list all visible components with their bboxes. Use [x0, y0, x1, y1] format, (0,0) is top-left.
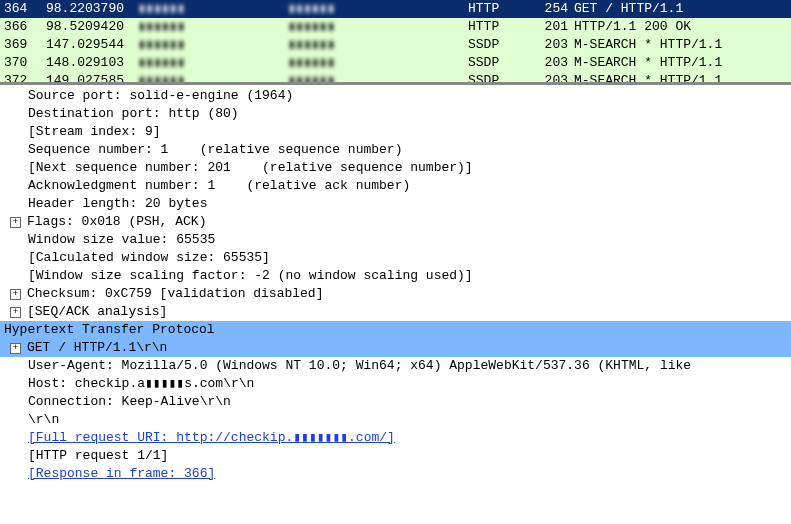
col-length: 201 — [538, 19, 574, 35]
tcp-checksum-text: Checksum: 0xC759 [validation disabled] — [27, 285, 323, 303]
col-info: HTTP/1.1 200 OK — [574, 19, 787, 35]
col-time: 149.027585 — [46, 73, 138, 81]
tcp-ack[interactable]: Acknowledgment number: 1 (relative ack n… — [0, 177, 791, 195]
col-protocol: SSDP — [468, 37, 538, 53]
tcp-calc-win[interactable]: [Calculated window size: 65535] — [0, 249, 791, 267]
col-destination: ▮▮▮▮▮▮ — [288, 73, 468, 81]
col-protocol: HTTP — [468, 19, 538, 35]
http-connection[interactable]: Connection: Keep-Alive\r\n — [0, 393, 791, 411]
packet-row[interactable]: 370148.029103▮▮▮▮▮▮▮▮▮▮▮▮SSDP203M-SEARCH… — [0, 54, 791, 72]
col-info: GET / HTTP/1.1 — [574, 1, 787, 17]
expand-icon[interactable]: + — [10, 307, 21, 318]
col-protocol: HTTP — [468, 1, 538, 17]
expand-icon[interactable]: + — [10, 217, 21, 228]
tcp-hdr-len[interactable]: Header length: 20 bytes — [0, 195, 791, 213]
col-destination: ▮▮▮▮▮▮ — [288, 19, 468, 35]
http-req-num[interactable]: [HTTP request 1/1] — [0, 447, 791, 465]
http-request-line[interactable]: + GET / HTTP/1.1\r\n — [0, 339, 791, 357]
col-time: 98.2203790 — [46, 1, 138, 17]
packet-row[interactable]: 372149.027585▮▮▮▮▮▮▮▮▮▮▮▮SSDP203M-SEARCH… — [0, 72, 791, 82]
tcp-checksum[interactable]: + Checksum: 0xC759 [validation disabled] — [0, 285, 791, 303]
col-length: 203 — [538, 37, 574, 53]
packet-row[interactable]: 36698.5209420▮▮▮▮▮▮▮▮▮▮▮▮HTTP201HTTP/1.1… — [0, 18, 791, 36]
col-time: 148.029103 — [46, 55, 138, 71]
detail-pane[interactable]: Source port: solid-e-engine (1964) Desti… — [0, 82, 791, 483]
col-number: 369 — [4, 37, 46, 53]
col-destination: ▮▮▮▮▮▮ — [288, 1, 468, 17]
tcp-next-seq[interactable]: [Next sequence number: 201 (relative seq… — [0, 159, 791, 177]
col-info: M-SEARCH * HTTP/1.1 — [574, 37, 787, 53]
col-time: 147.029544 — [46, 37, 138, 53]
packet-list[interactable]: 36498.2203790▮▮▮▮▮▮▮▮▮▮▮▮HTTP254GET / HT… — [0, 0, 791, 82]
tcp-seq[interactable]: Sequence number: 1 (relative sequence nu… — [0, 141, 791, 159]
expand-icon[interactable]: + — [10, 343, 21, 354]
packet-row[interactable]: 36498.2203790▮▮▮▮▮▮▮▮▮▮▮▮HTTP254GET / HT… — [0, 0, 791, 18]
col-source: ▮▮▮▮▮▮ — [138, 73, 288, 81]
col-protocol: SSDP — [468, 55, 538, 71]
col-number: 372 — [4, 73, 46, 81]
http-request-line-text: GET / HTTP/1.1\r\n — [27, 339, 167, 357]
tcp-stream-index[interactable]: [Stream index: 9] — [0, 123, 791, 141]
col-number: 370 — [4, 55, 46, 71]
tcp-flags-text: Flags: 0x018 (PSH, ACK) — [27, 213, 206, 231]
col-info: M-SEARCH * HTTP/1.1 — [574, 55, 787, 71]
tcp-scale[interactable]: [Window size scaling factor: -2 (no wind… — [0, 267, 791, 285]
col-length: 203 — [538, 73, 574, 81]
http-header[interactable]: Hypertext Transfer Protocol — [0, 321, 791, 339]
http-host[interactable]: Host: checkip.a▮▮▮▮▮s.com\r\n — [0, 375, 791, 393]
col-source: ▮▮▮▮▮▮ — [138, 19, 288, 35]
col-source: ▮▮▮▮▮▮ — [138, 55, 288, 71]
col-source: ▮▮▮▮▮▮ — [138, 1, 288, 17]
http-full-uri[interactable]: [Full request URI: http://checkip.▮▮▮▮▮▮… — [0, 429, 791, 447]
expand-icon[interactable]: + — [10, 289, 21, 300]
packet-row[interactable]: 369147.029544▮▮▮▮▮▮▮▮▮▮▮▮SSDP203M-SEARCH… — [0, 36, 791, 54]
tcp-seq-ack[interactable]: + [SEQ/ACK analysis] — [0, 303, 791, 321]
tcp-seq-ack-text: [SEQ/ACK analysis] — [27, 303, 167, 321]
col-length: 203 — [538, 55, 574, 71]
tcp-src-port[interactable]: Source port: solid-e-engine (1964) — [0, 87, 791, 105]
tcp-flags[interactable]: + Flags: 0x018 (PSH, ACK) — [0, 213, 791, 231]
tcp-win-size[interactable]: Window size value: 65535 — [0, 231, 791, 249]
col-source: ▮▮▮▮▮▮ — [138, 37, 288, 53]
col-time: 98.5209420 — [46, 19, 138, 35]
col-number: 366 — [4, 19, 46, 35]
http-user-agent[interactable]: User-Agent: Mozilla/5.0 (Windows NT 10.0… — [0, 357, 791, 375]
col-number: 364 — [4, 1, 46, 17]
tcp-dst-port[interactable]: Destination port: http (80) — [0, 105, 791, 123]
col-destination: ▮▮▮▮▮▮ — [288, 37, 468, 53]
col-destination: ▮▮▮▮▮▮ — [288, 55, 468, 71]
http-crlf[interactable]: \r\n — [0, 411, 791, 429]
col-info: M-SEARCH * HTTP/1.1 — [574, 73, 787, 81]
col-length: 254 — [538, 1, 574, 17]
col-protocol: SSDP — [468, 73, 538, 81]
http-resp-frame[interactable]: [Response in frame: 366] — [0, 465, 791, 483]
